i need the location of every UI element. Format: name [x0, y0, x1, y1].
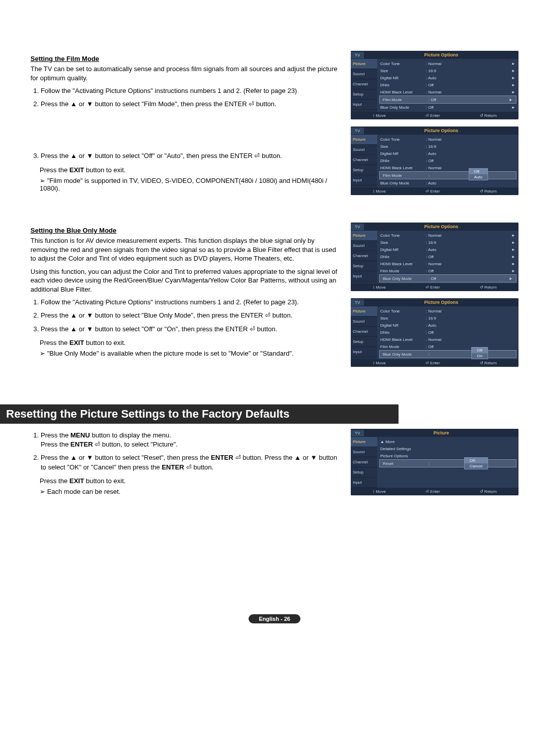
osd-footer-enter: ⏎ Enter	[425, 489, 440, 494]
chevron-right-icon: ►	[510, 255, 515, 259]
osd-side-item[interactable]: Input	[351, 478, 377, 488]
dropdown-option[interactable]: Off	[469, 169, 487, 174]
osd-row-label: DNIe	[380, 159, 426, 163]
dropdown-option[interactable]: Cancel	[465, 463, 487, 469]
osd-side-item[interactable]: Picture	[351, 135, 377, 145]
osd-side-item[interactable]: Input	[351, 271, 377, 281]
osd-row-value: : Off	[429, 98, 508, 102]
intro-text: This function is for AV device measureme…	[30, 236, 341, 263]
osd-row-selected[interactable]: Film Mode:	[379, 171, 516, 179]
osd-row-label: Size	[380, 240, 426, 245]
osd-side-item[interactable]: Sound	[351, 145, 377, 155]
osd-row-selected[interactable]: Blue Only Mode:	[379, 350, 516, 358]
intro-text: The TV can be set to automatically sense…	[30, 65, 341, 82]
osd-row-value: : Auto	[426, 181, 515, 185]
osd-side-item[interactable]: Sound	[351, 69, 377, 79]
osd-row-value: : Normal	[426, 90, 510, 94]
osd-row-value: : 16:9	[426, 144, 515, 149]
osd-row-value: : Normal	[426, 137, 515, 142]
osd-row-label: Digital NR	[380, 76, 426, 80]
osd-side-item[interactable]: Setup	[351, 337, 377, 347]
osd-row-value: : Normal	[426, 337, 515, 342]
step-item: Follow the "Activating Picture Options" …	[41, 86, 341, 96]
dropdown-option[interactable]: On	[472, 353, 487, 359]
osd-row-value: : 16:9	[426, 69, 510, 73]
osd-row-value: : Auto	[426, 247, 510, 252]
osd-dropdown[interactable]: Off On	[471, 347, 488, 359]
osd-footer-enter: ⏎ Enter	[425, 285, 440, 290]
osd-side-item[interactable]: Picture	[351, 437, 377, 447]
availability-note: "Blue Only Mode" is available when the p…	[40, 350, 341, 357]
osd-tv-label: TV	[351, 224, 364, 230]
osd-row-value: :	[429, 352, 513, 357]
osd-row-label: Digital NR	[380, 323, 426, 328]
osd-footer-return: ↺ Return	[480, 285, 497, 290]
osd-tv-label: TV	[351, 299, 364, 306]
osd-side-item[interactable]: Channel	[351, 457, 377, 467]
osd-side-item[interactable]: Input	[351, 347, 377, 357]
osd-row-value: : 16:9	[426, 240, 510, 245]
osd-side-item[interactable]: Input	[351, 175, 377, 185]
osd-row-value: : Off	[426, 255, 510, 259]
osd-side-item[interactable]: Sound	[351, 241, 377, 251]
osd-row-value: : Auto	[426, 323, 515, 328]
osd-row-label: Blue Only Mode	[380, 181, 426, 185]
osd-panel-film-dropdown: TV Picture Options Picture Sound Channel…	[351, 127, 518, 195]
osd-row-selected[interactable]: Blue Only Mode: Off►	[379, 274, 516, 282]
osd-side-item[interactable]: Channel	[351, 327, 377, 337]
osd-side-item[interactable]: Channel	[351, 251, 377, 261]
osd-row-selected[interactable]: Reset:	[379, 459, 516, 467]
osd-tv-label: TV	[351, 52, 364, 58]
chevron-right-icon: ►	[510, 269, 515, 273]
osd-side-item[interactable]: Picture	[351, 231, 377, 241]
osd-row-value: : 16:9	[426, 316, 515, 321]
dropdown-option[interactable]: OK	[465, 458, 487, 463]
osd-row-value: : Off	[426, 330, 515, 335]
chevron-right-icon: ►	[508, 98, 513, 102]
osd-row-label: Blue Only Mode	[383, 352, 429, 357]
osd-side-item[interactable]: Setup	[351, 165, 377, 175]
step-item: Press the ▲ or ▼ button to select "Off" …	[41, 325, 341, 334]
osd-row-label: Film Mode	[383, 98, 429, 102]
dropdown-option[interactable]: Off	[472, 348, 487, 353]
osd-footer-move: ↕ Move	[373, 361, 386, 365]
osd-row-selected[interactable]: Film Mode: Off►	[379, 96, 516, 104]
osd-side-item[interactable]: Channel	[351, 79, 377, 89]
osd-panel-film-mode: TV Picture Options Picture Sound Channel…	[351, 51, 518, 119]
osd-row-label: Color Tone	[380, 233, 426, 238]
osd-row-value: : Normal	[426, 309, 515, 313]
chevron-right-icon: ►	[510, 83, 515, 87]
osd-footer-return: ↺ Return	[480, 189, 497, 194]
chevron-right-icon: ►	[510, 105, 515, 110]
osd-footer-return: ↺ Return	[480, 489, 497, 494]
dropdown-option[interactable]: Auto	[469, 174, 487, 180]
osd-side-item[interactable]: Picture	[351, 306, 377, 317]
page-number: English - 26	[249, 614, 300, 623]
osd-row-label: Blue Only Mode	[380, 105, 426, 110]
exit-note: Press the EXIT button to exit.	[40, 166, 341, 174]
osd-side-item[interactable]: Input	[351, 100, 377, 110]
chevron-right-icon: ►	[510, 61, 515, 66]
osd-side-item[interactable]: Sound	[351, 317, 377, 327]
osd-side-item[interactable]: Setup	[351, 261, 377, 271]
osd-side-item[interactable]: Channel	[351, 155, 377, 165]
osd-row-label: Color Tone	[380, 61, 426, 66]
step-item: Press the ▲ or ▼ button to select "Blue …	[41, 311, 341, 320]
osd-footer-return: ↺ Return	[480, 361, 497, 365]
osd-row-value: : Off	[426, 105, 510, 110]
osd-side-item[interactable]: Sound	[351, 447, 377, 457]
osd-side-item[interactable]: Picture	[351, 59, 377, 69]
osd-row-value: : Off	[429, 276, 508, 281]
chevron-right-icon: ►	[510, 247, 515, 252]
osd-dropdown[interactable]: Off Auto	[469, 168, 488, 180]
osd-tv-label: TV	[351, 128, 364, 134]
osd-tv-label: TV	[351, 430, 364, 436]
osd-row-value: : Off	[426, 83, 510, 87]
osd-title: Picture Options	[364, 128, 518, 133]
osd-side-item[interactable]: Setup	[351, 467, 377, 478]
osd-dropdown[interactable]: OK Cancel	[464, 457, 488, 469]
osd-footer-enter: ⏎ Enter	[425, 113, 440, 118]
osd-side-item[interactable]: Setup	[351, 89, 377, 100]
chevron-right-icon: ►	[510, 233, 515, 238]
intro-text: Using this function, you can adjust the …	[30, 267, 341, 294]
